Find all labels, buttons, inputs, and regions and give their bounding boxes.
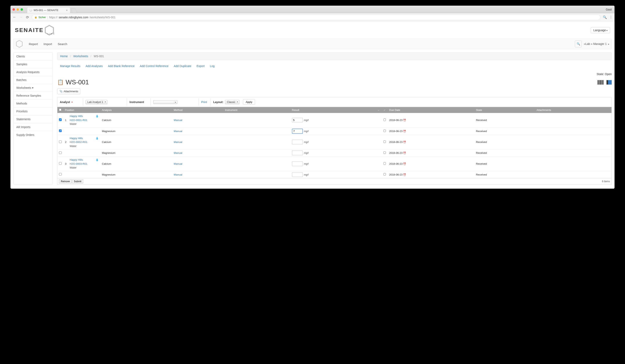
tab-log[interactable]: Log <box>210 63 215 69</box>
row-checkbox[interactable] <box>59 129 62 132</box>
due-date: 2018-06-23 <box>389 141 403 144</box>
barcode-icon[interactable] <box>597 80 604 85</box>
nav-forward-icon: → <box>19 15 23 19</box>
method-link[interactable]: Manual <box>174 173 183 176</box>
sample-id-link[interactable]: H2O-0002-R01 <box>70 141 87 144</box>
verified-checkbox[interactable] <box>383 152 386 154</box>
sidebar-item-reference-samples[interactable]: Reference Samples <box>13 92 53 100</box>
col-attachments[interactable]: Attachments <box>535 107 612 113</box>
language-button[interactable]: Language▾ <box>591 27 610 33</box>
nav-import[interactable]: Import <box>41 42 55 46</box>
instrument-select[interactable] <box>153 100 177 104</box>
nav-reload-icon[interactable]: ⟳ <box>25 15 30 20</box>
col-instrument[interactable]: Instrument <box>223 107 290 113</box>
col-state[interactable]: State <box>474 107 535 113</box>
analyst-select[interactable]: Lab Analyst 1 <box>86 100 107 104</box>
nav-logo-icon[interactable] <box>16 40 23 48</box>
window-zoom[interactable] <box>21 8 23 11</box>
url-bar[interactable]: 🔒 Sicher | https://senaite.ridingbytes.c… <box>32 14 600 20</box>
method-link[interactable]: Manual <box>174 141 183 144</box>
window-close[interactable] <box>12 8 15 11</box>
tab-add-blank-reference[interactable]: Add Blank Reference <box>108 63 134 69</box>
row-instrument <box>223 149 290 157</box>
result-input[interactable] <box>292 118 303 122</box>
row-checkbox[interactable] <box>59 141 62 143</box>
state-indicator: State: Open <box>57 72 612 76</box>
browser-menu-icon[interactable]: ⋮ <box>609 15 613 19</box>
row-instrument <box>223 127 290 135</box>
sidebar-item-statements[interactable]: Statements <box>13 115 53 123</box>
submit-button[interactable]: Submit <box>72 179 83 183</box>
verified-checkbox[interactable] <box>383 141 386 143</box>
tab-add-duplicate[interactable]: Add Duplicate <box>174 63 191 69</box>
tab-export[interactable]: Export <box>196 63 205 69</box>
omnibox-search-icon[interactable]: 🔍 <box>603 15 607 19</box>
analyst-select-cell: Lab Analyst 1 <box>83 98 127 106</box>
result-input[interactable] <box>292 140 303 144</box>
unit-label: mg/l <box>304 119 309 121</box>
logo[interactable]: SENAITE LIMS <box>15 25 55 35</box>
sidebar-item-samples[interactable]: Samples <box>13 61 53 68</box>
method-link[interactable]: Manual <box>174 152 183 154</box>
nav-report[interactable]: Report <box>26 42 41 46</box>
due-date: 2018-06-23 <box>389 152 403 154</box>
new-tab-button[interactable] <box>71 8 77 13</box>
due-date: 2018-06-23 <box>389 119 403 121</box>
sidebar-item-ar-imports[interactable]: AR Imports <box>13 123 53 131</box>
row-checkbox[interactable] <box>59 162 62 165</box>
col-due-date[interactable]: Due Date <box>388 107 474 113</box>
layout-select[interactable]: Classic <box>225 100 240 104</box>
breadcrumb-worksheets[interactable]: Worksheets <box>73 55 88 58</box>
sidebar-item-clients[interactable]: Clients <box>13 53 53 61</box>
col-range-icon: ↔ <box>377 109 379 111</box>
apply-button[interactable]: Apply <box>243 99 255 105</box>
qrcode-icon[interactable] <box>606 80 612 85</box>
tab-manage-results[interactable]: Manage Results <box>60 63 80 69</box>
sample-id-link[interactable]: H2O-0001-R01 <box>70 119 87 121</box>
sidebar-item-supply-orders[interactable]: Supply Orders <box>13 131 53 139</box>
result-input[interactable] <box>292 172 303 177</box>
tab-close-icon[interactable]: × <box>66 9 68 12</box>
window-minimize[interactable] <box>17 8 19 11</box>
verified-checkbox[interactable] <box>383 119 386 121</box>
client-link[interactable]: Happy Hills <box>70 158 83 161</box>
sample-type-icon: 💧 <box>95 136 99 140</box>
method-link[interactable]: Manual <box>174 119 183 121</box>
sidebar-item-pricelists[interactable]: Pricelists <box>13 108 53 115</box>
nav-search[interactable]: Search <box>55 42 70 46</box>
search-button[interactable]: 🔍 <box>575 40 582 47</box>
remove-button[interactable]: Remove <box>59 179 72 183</box>
method-link[interactable]: Manual <box>174 130 183 133</box>
select-all-checkbox[interactable] <box>59 109 62 111</box>
attachments-button[interactable]: 📎 Attachments <box>57 88 80 94</box>
sidebar-item-worksheets[interactable]: Worksheets ▾ <box>13 84 53 92</box>
row-checkbox[interactable] <box>59 118 62 121</box>
sidebar-item-analysis-requests[interactable]: Analysis Requests <box>13 68 53 76</box>
row-checkbox[interactable] <box>59 173 62 176</box>
verified-checkbox[interactable] <box>383 130 386 132</box>
result-input[interactable] <box>292 151 303 155</box>
verified-checkbox[interactable] <box>383 173 386 176</box>
tab-add-analyses[interactable]: Add Analyses <box>86 63 103 69</box>
verified-checkbox[interactable] <box>383 162 386 165</box>
col-analysis[interactable]: Analysis <box>100 107 172 113</box>
nav-back-icon[interactable]: ← <box>12 15 17 19</box>
client-link[interactable]: Happy Hills <box>70 115 83 118</box>
sidebar-item-methods[interactable]: Methods <box>13 100 53 108</box>
result-input[interactable] <box>292 129 303 134</box>
browser-profile-label[interactable]: Gast <box>606 8 612 11</box>
row-checkbox[interactable] <box>59 152 62 154</box>
method-link[interactable]: Manual <box>174 162 183 165</box>
print-link[interactable]: Print <box>199 98 211 106</box>
breadcrumb-home[interactable]: Home <box>60 55 68 58</box>
col-method[interactable]: Method <box>172 107 223 113</box>
sample-id-link[interactable]: H2O-0003-R01 <box>70 162 87 165</box>
browser-tab[interactable]: WS-001 — SENAITE × <box>27 7 70 13</box>
client-link[interactable]: Happy Hills <box>70 137 83 140</box>
col-position[interactable]: Position <box>63 107 100 113</box>
sidebar-item-batches[interactable]: Batches <box>13 76 53 84</box>
result-input[interactable] <box>292 161 303 166</box>
user-dropdown[interactable]: »Lab » Manager 1 ▾ <box>584 42 609 46</box>
col-result[interactable]: Result <box>290 107 375 113</box>
tab-add-control-reference[interactable]: Add Control Reference <box>140 63 168 69</box>
